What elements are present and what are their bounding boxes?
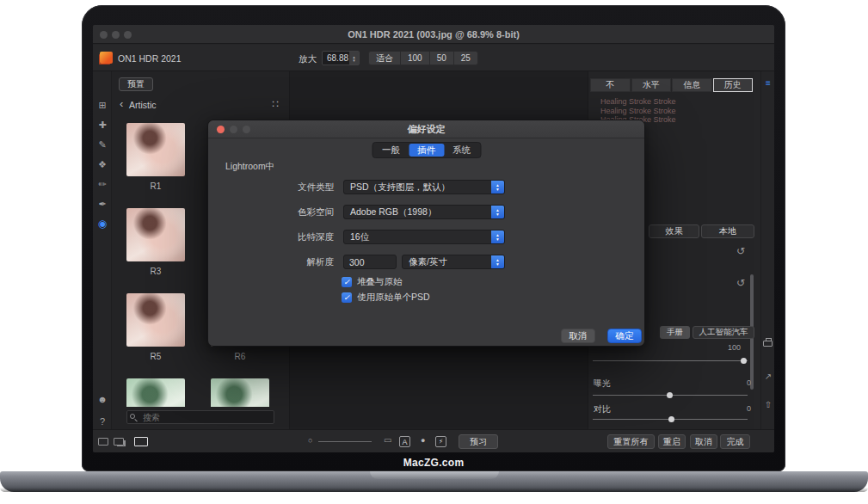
- reset-all-button[interactable]: 重置所有: [607, 434, 655, 449]
- manual-button[interactable]: 手册: [660, 326, 690, 339]
- grid-view-icon[interactable]: ∷: [272, 98, 279, 110]
- crop-tool-icon[interactable]: ⊞: [93, 97, 112, 113]
- dialog-cancel-button[interactable]: 取消: [561, 329, 595, 343]
- dialog-zoom-icon[interactable]: [243, 126, 250, 133]
- dialog-title: 偏好设定: [408, 123, 446, 136]
- quick-preview-icon[interactable]: ⚡: [435, 436, 446, 447]
- dialog-minimize-icon[interactable]: [230, 126, 237, 133]
- undo-icon[interactable]: ↺: [736, 246, 745, 256]
- bit-depth-label: 比特深度: [208, 230, 334, 244]
- close-window-icon[interactable]: [100, 31, 108, 39]
- help-icon[interactable]: ?: [93, 414, 112, 429]
- mask-view-icon[interactable]: ●: [421, 436, 425, 445]
- dual-view-icon[interactable]: [114, 438, 124, 446]
- done-button[interactable]: 完成: [720, 434, 750, 449]
- tab-levels[interactable]: 水平: [631, 78, 672, 92]
- adjustments-icon[interactable]: ≡: [761, 78, 774, 88]
- zoom-50-button[interactable]: 50: [430, 52, 454, 65]
- tab-none[interactable]: 不: [590, 78, 631, 92]
- zoom-100-button[interactable]: 100: [401, 52, 430, 65]
- resolution-input[interactable]: [343, 255, 397, 269]
- zoom-label: 放大: [299, 53, 317, 65]
- lightroom-section-label: Lightroom中: [225, 161, 274, 173]
- popup-arrows-icon: ▴▾: [491, 230, 504, 243]
- mask-brush-tool-icon[interactable]: ✎: [93, 137, 112, 152]
- file-type-value: PSD（支持图层，默认）: [350, 181, 450, 194]
- zoom-25-button[interactable]: 25: [454, 52, 477, 65]
- opacity-dot-icon[interactable]: ○: [308, 436, 312, 445]
- window-title: ON1 HDR 2021 (003.jpg @ 68.9% 8-bit): [348, 29, 520, 40]
- share-icon[interactable]: ↗: [761, 372, 774, 381]
- popup-arrows-icon: ▴▾: [491, 181, 504, 194]
- laptop-mockup: ON1 HDR 2021 (003.jpg @ 68.9% 8-bit) ON1…: [0, 0, 868, 504]
- tool-strip: ⊞ ✚ ✎ ❖ ✏ ✒ ◉ ☻ ?: [93, 71, 112, 429]
- local-button[interactable]: 本地: [701, 224, 754, 238]
- use-original-psd-label: 使用原始单个PSD: [357, 292, 430, 304]
- export-icon[interactable]: ⇧: [761, 400, 774, 409]
- text-tool-icon[interactable]: A: [399, 436, 410, 447]
- file-type-select[interactable]: PSD（支持图层，默认） ▴▾: [343, 180, 505, 194]
- history-item[interactable]: Healing Stroke Stroke: [600, 107, 676, 116]
- popup-arrows-icon: ▴▾: [491, 255, 504, 268]
- back-chevron-icon[interactable]: ‹: [120, 97, 123, 110]
- gradient-tool-icon[interactable]: ❖: [93, 157, 112, 172]
- presets-button[interactable]: 预置: [119, 77, 153, 91]
- exposure-slider[interactable]: [593, 395, 748, 396]
- restart-button[interactable]: 重启: [658, 434, 686, 449]
- brush-tool-icon[interactable]: ✏: [93, 176, 112, 192]
- filmstrip-view-icon[interactable]: [134, 437, 148, 446]
- zoom-fit-button[interactable]: 适合: [369, 52, 401, 65]
- preset-thumbnail[interactable]: [126, 123, 185, 176]
- slider-knob[interactable]: [668, 416, 674, 422]
- print-icon[interactable]: [763, 341, 773, 347]
- minimize-window-icon[interactable]: [112, 31, 120, 39]
- tab-system[interactable]: 系统: [444, 144, 479, 157]
- exposure-label: 曝光: [594, 378, 611, 390]
- use-original-psd-checkbox[interactable]: ✓: [342, 292, 352, 303]
- preview-button[interactable]: 预习: [459, 434, 498, 449]
- preview-opacity-slider[interactable]: [318, 441, 372, 442]
- contrast-slider[interactable]: [593, 419, 748, 420]
- undo-icon[interactable]: ↺: [736, 278, 745, 288]
- use-original-psd-row: ✓ 使用原始单个PSD: [342, 292, 430, 304]
- tab-plugins[interactable]: 插件: [409, 144, 444, 157]
- compare-icon[interactable]: ▭: [384, 435, 391, 445]
- slider-knob[interactable]: [741, 358, 747, 364]
- tab-info[interactable]: 信息: [672, 78, 712, 92]
- ai-auto-button[interactable]: 人工智能汽车: [693, 326, 754, 339]
- laptop-base-notch: [370, 471, 499, 479]
- search-row: [112, 407, 289, 429]
- portrait-tool-icon[interactable]: ☻: [93, 391, 112, 407]
- color-space-select[interactable]: Adobe RGB（1998） ▴▾: [343, 205, 505, 219]
- move-tool-icon[interactable]: ✚: [93, 117, 112, 132]
- dialog-tabs: 一般 插件 系统: [372, 142, 481, 158]
- zoom-stepper-icon[interactable]: ▴ ▾: [349, 52, 359, 65]
- resolution-label: 解析度: [208, 255, 334, 269]
- color-space-value: Adobe RGB（1998）: [350, 206, 436, 218]
- search-input[interactable]: [126, 410, 274, 424]
- cancel-button[interactable]: 取消: [690, 434, 717, 449]
- tab-history[interactable]: 历史: [713, 78, 754, 92]
- dialog-ok-button[interactable]: 确定: [607, 329, 642, 343]
- preset-thumbnail-label: R3: [126, 267, 185, 276]
- stack-with-original-checkbox[interactable]: ✓: [342, 277, 352, 287]
- zoom-value-input[interactable]: 68.88 ▴ ▾: [322, 51, 360, 65]
- effects-button[interactable]: 效果: [649, 224, 699, 238]
- dialog-close-icon[interactable]: [217, 126, 225, 133]
- amount-slider[interactable]: [593, 360, 748, 361]
- zoom-window-icon[interactable]: [124, 31, 132, 39]
- bit-depth-select[interactable]: 16位 ▴▾: [343, 230, 505, 244]
- preset-category-label[interactable]: Artistic: [129, 100, 157, 110]
- slider-knob[interactable]: [667, 392, 673, 398]
- bottom-bar: ○ ▭ A ● ⚡ 预习 重置所有 重启 取消 完成: [93, 429, 774, 452]
- preset-thumbnail[interactable]: [126, 208, 185, 261]
- preset-thumbnail[interactable]: [126, 293, 185, 347]
- main-toolbar: ON1 HDR 2021 放大 68.88 ▴ ▾ 适合 100 50 25: [93, 45, 774, 71]
- history-item[interactable]: Healing Stroke Stroke: [600, 97, 676, 107]
- tab-general[interactable]: 一般: [373, 144, 409, 157]
- pen-tool-icon[interactable]: ✒: [93, 196, 112, 212]
- popup-arrows-icon: ▴▾: [491, 206, 504, 218]
- zoom-tool-icon[interactable]: ◉: [93, 216, 112, 231]
- single-view-icon[interactable]: [98, 438, 108, 446]
- resolution-unit-select[interactable]: 像素/英寸 ▴▾: [402, 255, 505, 269]
